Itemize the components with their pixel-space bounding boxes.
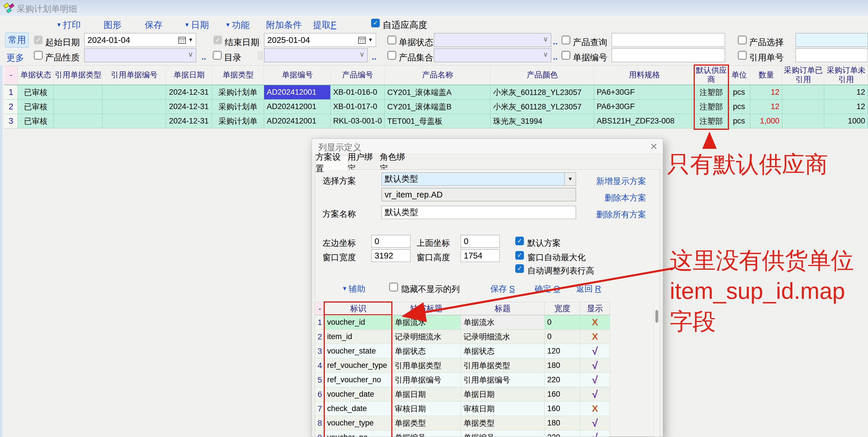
column-def-cell[interactable]: ref_voucher_type bbox=[324, 358, 392, 373]
table-cell[interactable]: ABS121H_ZDF23-008 bbox=[594, 114, 695, 128]
row-number-cell[interactable]: 3 bbox=[4, 114, 18, 128]
window-height-input[interactable]: 1754 bbox=[461, 249, 500, 262]
table-cell[interactable]: 12 bbox=[750, 99, 782, 114]
column-def-cell[interactable]: 记录明细流水 bbox=[392, 330, 461, 344]
column-def-cell[interactable]: 记录明细流水 bbox=[461, 330, 545, 344]
column-def-cell[interactable]: 单据编号 bbox=[461, 430, 545, 437]
column-def-cell[interactable]: X bbox=[580, 402, 610, 416]
main-table-header-cell[interactable]: 产品名称 bbox=[385, 66, 491, 85]
column-def-cell[interactable]: 0 bbox=[545, 330, 580, 344]
table-cell[interactable]: RKL-03-001-0 bbox=[331, 114, 385, 128]
column-def-cell[interactable]: 220 bbox=[545, 430, 580, 437]
table-cell[interactable]: 注塑部 bbox=[695, 99, 728, 114]
row-number-cell[interactable]: 1 bbox=[4, 85, 18, 99]
column-def-cell[interactable]: 引用单据类型 bbox=[461, 358, 545, 373]
column-def-cell[interactable]: √ bbox=[580, 358, 610, 373]
save-button[interactable]: 保存 S bbox=[490, 283, 515, 295]
column-def-cell[interactable]: X bbox=[580, 330, 610, 344]
table-cell[interactable]: 12 bbox=[824, 85, 868, 99]
column-def-cell[interactable]: 单据状态 bbox=[392, 344, 461, 358]
table-cell[interactable]: AD202412001 bbox=[264, 114, 331, 128]
more-options-link[interactable]: .. bbox=[372, 52, 377, 62]
end-date-input[interactable]: 2025-01-04 ▼ bbox=[264, 33, 376, 47]
main-table-header-cell[interactable]: 引用单据类型 bbox=[54, 66, 102, 85]
column-table-header-cell[interactable]: 缺省标题 bbox=[392, 302, 461, 315]
table-cell[interactable]: 1000 bbox=[824, 114, 868, 128]
product-set-combo[interactable]: ∨ bbox=[434, 48, 551, 62]
main-table-header-cell[interactable]: - bbox=[4, 66, 18, 85]
row-number-cell[interactable]: 6 bbox=[315, 387, 324, 402]
table-cell[interactable] bbox=[102, 114, 166, 128]
combo-dropdown-button[interactable]: ▼ bbox=[564, 173, 576, 185]
column-def-cell[interactable]: √ bbox=[580, 373, 610, 387]
product-query-input[interactable] bbox=[612, 33, 725, 47]
table-cell[interactable]: pcs bbox=[728, 99, 750, 114]
ref-no-checkbox[interactable] bbox=[738, 51, 747, 60]
column-def-cell[interactable]: 单据流水 bbox=[392, 315, 461, 330]
column-def-cell[interactable]: 单据编号 bbox=[392, 430, 461, 437]
catalog-checkbox[interactable] bbox=[213, 51, 221, 60]
table-cell[interactable]: 小米灰_601128_YL23057 bbox=[491, 99, 594, 114]
column-def-cell[interactable]: 180 bbox=[545, 358, 580, 373]
main-table-header-cell[interactable]: 单位 bbox=[728, 66, 750, 85]
menu-graph[interactable]: 图形 bbox=[103, 19, 121, 31]
more-options-link[interactable]: .. bbox=[553, 52, 558, 62]
autofit-checkbox[interactable] bbox=[371, 19, 380, 27]
main-table-header-cell[interactable]: 数量 bbox=[750, 66, 782, 85]
tab-common[interactable]: 常用 bbox=[5, 32, 29, 48]
main-table-header-cell[interactable]: 采购订单未引用 bbox=[824, 66, 868, 85]
column-def-cell[interactable]: 单据日期 bbox=[392, 387, 461, 402]
product-select-input[interactable] bbox=[796, 33, 868, 47]
menu-print[interactable]: ▼打印 bbox=[56, 19, 81, 31]
table-cell[interactable]: PA6+30GF bbox=[594, 99, 695, 114]
table-cell[interactable]: 小米灰_601128_YL23057 bbox=[491, 85, 594, 99]
voucher-no-checkbox[interactable] bbox=[562, 51, 570, 60]
hide-columns-checkbox[interactable] bbox=[389, 283, 398, 291]
top-coord-input[interactable]: 0 bbox=[461, 235, 500, 247]
tab-scheme-settings[interactable]: 方案设置 bbox=[315, 155, 348, 170]
tab-role-binding[interactable]: 角色绑定 bbox=[380, 156, 412, 169]
product-set-checkbox[interactable] bbox=[388, 51, 396, 60]
add-scheme-link[interactable]: 新增显示方案 bbox=[596, 176, 646, 187]
column-def-cell[interactable]: voucher_state bbox=[324, 344, 392, 358]
table-cell[interactable]: pcs bbox=[728, 85, 750, 99]
date-dropdown-icon[interactable]: ▼ bbox=[368, 37, 373, 43]
main-table-header-cell[interactable]: 产品颜色 bbox=[491, 66, 594, 85]
column-table-header-cell[interactable]: 显示 bbox=[580, 302, 610, 315]
column-def-cell[interactable]: X bbox=[580, 315, 610, 330]
column-def-cell[interactable]: √ bbox=[580, 387, 610, 402]
voucher-no-input[interactable] bbox=[612, 48, 725, 62]
menu-function[interactable]: ▼功能 bbox=[225, 19, 250, 31]
column-table-header-cell[interactable]: 宽度 bbox=[545, 302, 580, 315]
auto-row-height-checkbox[interactable] bbox=[515, 264, 524, 273]
table-cell[interactable] bbox=[782, 99, 824, 114]
table-cell[interactable]: CY201_滚体端盖B bbox=[385, 99, 491, 114]
table-cell[interactable]: 珠光灰_31994 bbox=[491, 114, 594, 128]
main-table-header-cell[interactable]: 单据编号 bbox=[264, 66, 331, 85]
main-table-header-cell[interactable]: 用料规格 bbox=[594, 66, 695, 85]
table-cell[interactable]: 12 bbox=[824, 99, 868, 114]
row-number-cell[interactable]: 2 bbox=[4, 99, 18, 114]
table-cell[interactable]: 2024-12-31 bbox=[166, 114, 212, 128]
table-cell[interactable]: 2024-12-31 bbox=[166, 85, 212, 99]
tab-more[interactable]: 更多 bbox=[6, 52, 24, 64]
ref-no-input[interactable] bbox=[796, 48, 868, 62]
more-options-link[interactable]: .. bbox=[553, 36, 558, 46]
menu-save[interactable]: 保存 bbox=[145, 19, 162, 31]
column-def-cell[interactable]: 160 bbox=[545, 387, 580, 402]
column-table-header-cell[interactable]: - bbox=[315, 302, 324, 315]
table-cell[interactable] bbox=[54, 99, 102, 114]
table-cell[interactable]: XB-01-016-0 bbox=[331, 85, 385, 99]
table-cell[interactable]: 12 bbox=[750, 85, 782, 99]
main-table-header-cell[interactable]: 单据状态 bbox=[18, 66, 54, 85]
table-cell[interactable] bbox=[54, 114, 102, 128]
table-cell[interactable]: pcs bbox=[728, 114, 750, 128]
column-def-cell[interactable]: 审核日期 bbox=[392, 402, 461, 416]
date-dropdown-icon[interactable]: ▼ bbox=[188, 37, 193, 43]
main-table-header-cell[interactable]: 引用单据编号 bbox=[102, 66, 166, 85]
column-def-cell[interactable]: 单据流水 bbox=[461, 315, 545, 330]
main-table-header-cell[interactable]: 默认供应商 bbox=[695, 66, 728, 85]
table-cell[interactable]: 1,000 bbox=[750, 114, 782, 128]
column-def-cell[interactable]: voucher_date bbox=[324, 387, 392, 402]
column-def-cell[interactable]: 单据日期 bbox=[461, 387, 545, 402]
